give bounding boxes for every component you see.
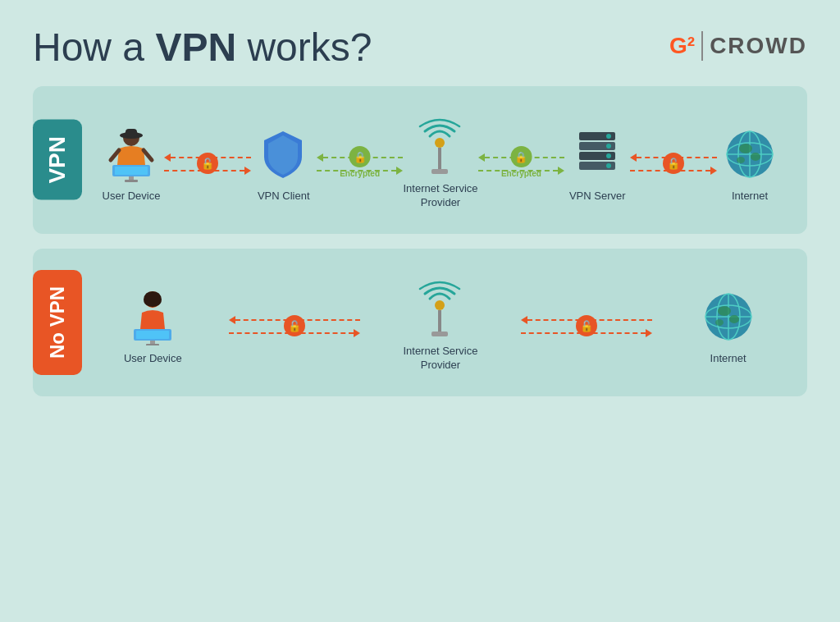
vpn-internet-label: Internet — [732, 190, 768, 204]
internet-icon-novpn — [700, 288, 757, 345]
svg-rect-29 — [150, 341, 155, 344]
svg-point-24 — [751, 153, 760, 161]
svg-point-16 — [606, 153, 611, 158]
logo: G² CROWD — [669, 31, 807, 61]
novpn-internet-node: Internet — [696, 288, 761, 366]
svg-point-15 — [606, 144, 611, 149]
logo-divider — [701, 31, 703, 61]
novpn-isp-label: Internet ServiceProvider — [403, 345, 477, 373]
svg-rect-9 — [431, 169, 448, 174]
svg-rect-6 — [125, 180, 138, 182]
vpn-isp-label: Internet ServiceProvider — [403, 182, 477, 210]
svg-rect-4 — [115, 167, 148, 175]
svg-point-31 — [435, 300, 445, 310]
logo-g2: G² — [669, 33, 695, 59]
connector-3: 🔒 Encrypted — [478, 141, 565, 187]
svg-point-7 — [435, 138, 445, 148]
page-title: How a VPN works? — [33, 25, 372, 70]
internet-icon-vpn — [721, 126, 778, 183]
vpn-label: VPN — [33, 120, 82, 200]
svg-rect-28 — [136, 331, 169, 339]
user-device-icon-novpn — [124, 288, 181, 345]
logo-crowd: CROWD — [710, 33, 807, 59]
vpn-server-label: VPN Server — [569, 190, 626, 204]
novpn-diagram: User Device 🔓 — [90, 272, 791, 373]
vpn-server-icon — [568, 126, 626, 183]
isp-icon — [412, 118, 469, 176]
svg-point-14 — [606, 134, 611, 139]
vpn-section: VPN — [33, 86, 807, 234]
svg-point-41 — [715, 319, 724, 326]
svg-point-40 — [729, 315, 739, 323]
vpn-server-node: VPN Server — [564, 126, 630, 204]
novpn-section: No VPN — [33, 249, 807, 396]
svg-rect-33 — [431, 332, 448, 336]
svg-rect-30 — [146, 344, 159, 345]
vpn-client-node: VPN Client — [251, 126, 317, 204]
vpn-client-label: VPN Client — [258, 190, 310, 204]
vpn-user-device-node: User Device — [98, 126, 164, 204]
novpn-internet-label: Internet — [710, 352, 746, 366]
svg-rect-2 — [126, 129, 137, 137]
svg-rect-8 — [438, 148, 441, 169]
connector-2: 🔒 Encrypted — [317, 141, 404, 187]
novpn-isp-node: Internet ServiceProvider — [403, 281, 477, 373]
svg-rect-5 — [129, 176, 134, 180]
svg-point-23 — [739, 144, 752, 153]
vpn-isp-node: Internet ServiceProvider — [403, 118, 477, 210]
user-device-icon — [103, 126, 160, 183]
vpn-diagram: User Device 🔓 — [90, 110, 791, 210]
page: How a VPN works? G² CROWD VPN — [0, 0, 840, 622]
novpn-connector-a: 🔓 — [229, 309, 360, 345]
vpn-client-icon — [255, 126, 313, 183]
svg-point-39 — [718, 306, 731, 316]
novpn-label: No VPN — [33, 270, 82, 375]
novpn-connector-b: 🔓 — [521, 309, 652, 345]
svg-point-25 — [737, 157, 745, 163]
novpn-user-device-label: User Device — [124, 352, 182, 366]
header: How a VPN works? G² CROWD — [33, 25, 807, 70]
connector-4: 🔓 — [630, 146, 717, 182]
novpn-user-device-node: User Device — [120, 288, 185, 366]
connector-1: 🔓 — [164, 146, 251, 182]
svg-rect-32 — [438, 310, 441, 332]
isp-icon-novpn — [412, 281, 469, 338]
svg-point-17 — [606, 163, 611, 168]
vpn-internet-node: Internet — [717, 126, 783, 204]
vpn-user-device-label: User Device — [103, 190, 161, 204]
